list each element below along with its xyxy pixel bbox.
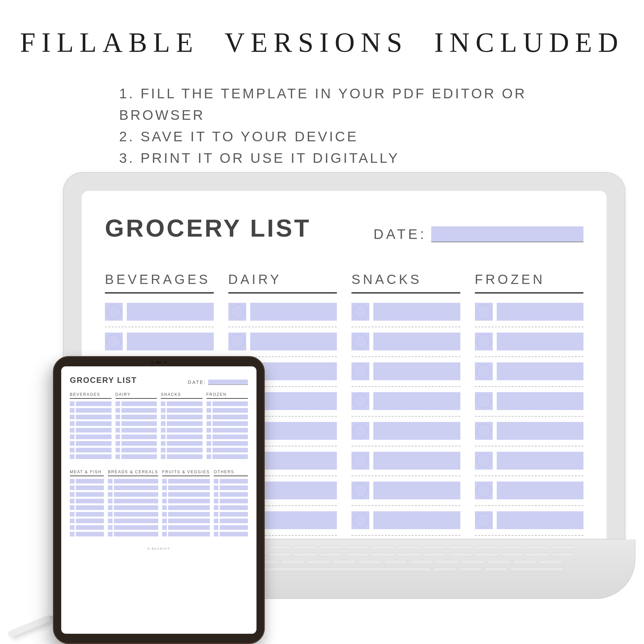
checkbox[interactable] — [162, 512, 167, 517]
checkbox[interactable] — [108, 492, 113, 497]
item-input[interactable] — [121, 428, 157, 433]
checkbox[interactable] — [70, 421, 74, 426]
item-input[interactable] — [373, 452, 460, 470]
checkbox[interactable] — [70, 519, 74, 523]
checkbox[interactable] — [115, 441, 120, 446]
item-input[interactable] — [114, 499, 158, 503]
item-input[interactable] — [76, 512, 104, 517]
item-input[interactable] — [373, 392, 460, 410]
item-input[interactable] — [373, 333, 460, 350]
checkbox[interactable] — [161, 441, 165, 446]
item-input[interactable] — [167, 408, 203, 413]
item-input[interactable] — [167, 401, 203, 406]
item-input[interactable] — [373, 303, 460, 321]
item-input[interactable] — [220, 479, 248, 483]
checkbox[interactable] — [115, 401, 120, 406]
checkbox[interactable] — [108, 505, 113, 510]
item-input[interactable] — [167, 421, 203, 426]
item-input[interactable] — [212, 421, 248, 426]
checkbox[interactable] — [70, 532, 74, 536]
checkbox[interactable] — [115, 408, 120, 413]
checkbox[interactable] — [70, 435, 74, 439]
checkbox[interactable] — [162, 505, 167, 510]
item-input[interactable] — [168, 525, 210, 530]
checkbox[interactable] — [161, 428, 165, 433]
item-input[interactable] — [497, 452, 584, 470]
item-input[interactable] — [167, 415, 203, 419]
checkbox[interactable] — [161, 408, 165, 413]
checkbox[interactable] — [108, 512, 113, 517]
checkbox[interactable] — [115, 428, 120, 433]
checkbox[interactable] — [115, 421, 120, 426]
item-input[interactable] — [76, 505, 104, 510]
checkbox[interactable] — [70, 448, 74, 452]
item-input[interactable] — [497, 511, 584, 529]
checkbox[interactable] — [214, 505, 218, 510]
checkbox[interactable] — [207, 448, 211, 452]
item-input[interactable] — [497, 392, 584, 410]
checkbox[interactable] — [214, 479, 218, 483]
checkbox[interactable] — [70, 505, 74, 510]
item-input[interactable] — [121, 421, 157, 426]
item-input[interactable] — [121, 441, 157, 446]
item-input[interactable] — [497, 422, 584, 440]
checkbox[interactable] — [162, 532, 167, 536]
item-input[interactable] — [76, 408, 112, 413]
checkbox[interactable] — [70, 401, 74, 406]
item-input[interactable] — [212, 408, 248, 413]
item-input[interactable] — [114, 479, 158, 483]
checkbox[interactable] — [115, 454, 120, 459]
item-input[interactable] — [168, 512, 210, 517]
checkbox[interactable] — [475, 362, 493, 380]
item-input[interactable] — [114, 505, 158, 510]
checkbox[interactable] — [207, 408, 211, 413]
checkbox[interactable] — [115, 435, 120, 439]
item-input[interactable] — [212, 435, 248, 439]
item-input[interactable] — [76, 485, 104, 490]
checkbox[interactable] — [162, 479, 167, 483]
checkbox[interactable] — [214, 492, 218, 497]
item-input[interactable] — [212, 441, 248, 446]
checkbox[interactable] — [207, 421, 211, 426]
item-input[interactable] — [76, 454, 112, 459]
item-input[interactable] — [121, 401, 157, 406]
checkbox[interactable] — [475, 303, 493, 321]
item-input[interactable] — [114, 532, 158, 536]
checkbox[interactable] — [108, 485, 113, 490]
item-input[interactable] — [212, 448, 248, 452]
item-input[interactable] — [373, 422, 460, 440]
checkbox[interactable] — [475, 392, 493, 410]
checkbox[interactable] — [351, 452, 369, 470]
item-input[interactable] — [168, 519, 210, 523]
item-input[interactable] — [168, 499, 210, 503]
item-input[interactable] — [168, 505, 210, 510]
item-input[interactable] — [497, 362, 584, 380]
item-input[interactable] — [167, 428, 203, 433]
item-input[interactable] — [497, 303, 584, 321]
checkbox[interactable] — [108, 519, 113, 523]
checkbox[interactable] — [70, 428, 74, 433]
checkbox[interactable] — [108, 479, 113, 483]
item-input[interactable] — [250, 303, 337, 321]
checkbox[interactable] — [161, 401, 165, 406]
checkbox[interactable] — [475, 333, 493, 350]
item-input[interactable] — [76, 492, 104, 497]
item-input[interactable] — [76, 415, 112, 419]
checkbox[interactable] — [214, 519, 218, 523]
checkbox[interactable] — [115, 415, 120, 419]
checkbox[interactable] — [70, 479, 74, 483]
checkbox[interactable] — [207, 435, 211, 439]
item-input[interactable] — [167, 448, 203, 452]
item-input[interactable] — [212, 415, 248, 419]
checkbox[interactable] — [351, 303, 369, 321]
item-input[interactable] — [76, 525, 104, 530]
item-input[interactable] — [250, 333, 337, 350]
checkbox[interactable] — [214, 485, 218, 490]
item-input[interactable] — [168, 485, 210, 490]
item-input[interactable] — [373, 362, 460, 380]
item-input[interactable] — [76, 479, 104, 483]
date-input[interactable] — [208, 380, 248, 385]
checkbox[interactable] — [161, 415, 165, 419]
checkbox[interactable] — [228, 333, 246, 350]
checkbox[interactable] — [70, 492, 74, 497]
